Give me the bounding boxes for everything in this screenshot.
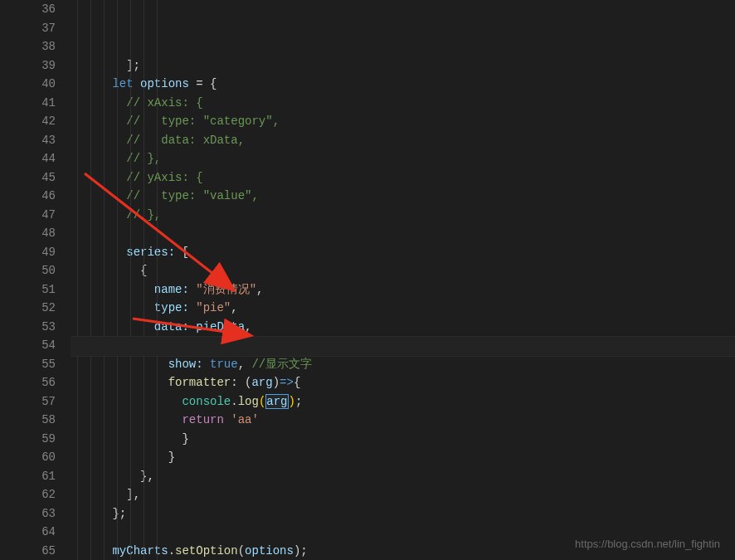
active-line-highlight	[71, 336, 735, 357]
line-number: 61	[25, 467, 56, 486]
line-number: 42	[25, 112, 56, 131]
line-number: 39	[25, 56, 56, 75]
line-number: 55	[25, 355, 56, 374]
line-number: 51	[25, 280, 56, 299]
line-number: 49	[25, 243, 56, 262]
editor-leftstrip	[0, 0, 17, 560]
code-line[interactable]: // type: "category",	[71, 112, 735, 131]
code-line[interactable]: let options = {	[71, 75, 735, 94]
line-number: 56	[25, 373, 56, 392]
code-line[interactable]: data: pieData,	[71, 318, 735, 337]
line-number: 48	[25, 224, 56, 243]
code-line[interactable]: series: [	[71, 243, 735, 262]
code-line[interactable]: console.log(arg);	[71, 392, 735, 411]
code-line[interactable]: {	[71, 261, 735, 280]
code-line[interactable]: // },	[71, 206, 735, 225]
code-line[interactable]: // yAxis: {	[71, 168, 735, 187]
code-line[interactable]: // xAxis: {	[71, 94, 735, 113]
line-number: 62	[25, 485, 56, 504]
line-number: 37	[25, 19, 56, 38]
line-number: 46	[25, 187, 56, 206]
code-line[interactable]: // data: xData,	[71, 131, 735, 150]
code-line[interactable]: ],	[71, 485, 735, 504]
line-number-gutter: 3637383940414243444546474849505152535455…	[17, 0, 71, 560]
code-line[interactable]: }	[71, 430, 735, 449]
line-number: 53	[25, 318, 56, 337]
line-number: 59	[25, 430, 56, 449]
line-number: 60	[25, 448, 56, 467]
line-number: 65	[25, 542, 56, 561]
code-line[interactable]: // type: "value",	[71, 187, 735, 206]
line-number: 50	[25, 261, 56, 280]
line-number: 40	[25, 75, 56, 94]
code-line[interactable]: formatter: (arg)=>{	[71, 373, 735, 392]
code-line[interactable]: // },	[71, 149, 735, 168]
watermark: https://blog.csdn.net/lin_fightin	[575, 538, 720, 550]
line-number: 43	[25, 131, 56, 150]
code-line[interactable]: show: true, //显示文字	[71, 355, 735, 374]
line-number: 38	[25, 37, 56, 56]
line-number: 47	[25, 206, 56, 225]
line-number: 44	[25, 149, 56, 168]
code-line[interactable]: name: "消费情况",	[71, 280, 735, 299]
code-line[interactable]	[71, 224, 735, 243]
code-line[interactable]: type: "pie",	[71, 299, 735, 318]
code-editor[interactable]: 3637383940414243444546474849505152535455…	[0, 0, 735, 560]
line-number: 36	[25, 0, 56, 19]
line-number: 45	[25, 168, 56, 187]
line-number: 63	[25, 504, 56, 523]
code-area[interactable]: ]; let options = { // xAxis: { // type: …	[71, 0, 735, 560]
code-line[interactable]: };	[71, 504, 735, 523]
code-line[interactable]: },	[71, 467, 735, 486]
line-number: 41	[25, 94, 56, 113]
code-line[interactable]: return 'aa'	[71, 411, 735, 430]
line-number: 57	[25, 392, 56, 411]
line-number: 64	[25, 523, 56, 542]
line-number: 58	[25, 411, 56, 430]
code-line[interactable]: }	[71, 448, 735, 467]
code-line[interactable]: ];	[71, 56, 735, 75]
line-number: 54	[25, 336, 56, 355]
line-number: 52	[25, 299, 56, 318]
